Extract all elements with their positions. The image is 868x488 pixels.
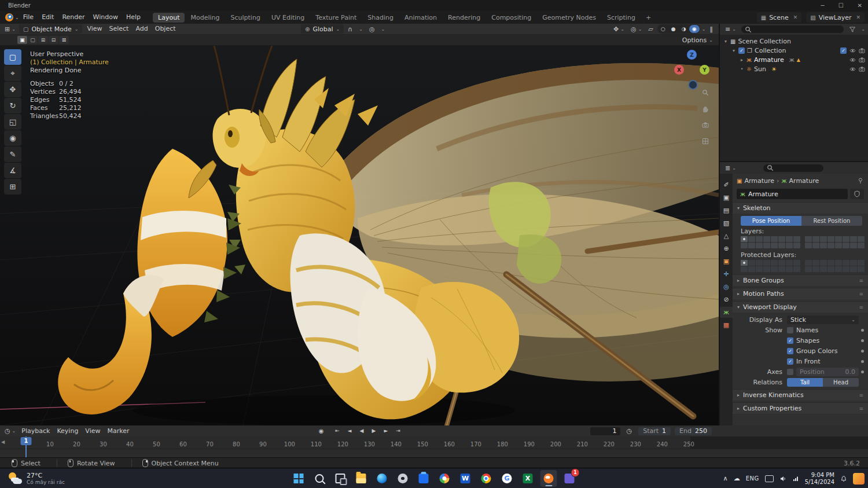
timeline-menu-keying[interactable]: Keying — [53, 426, 82, 436]
options-dropdown[interactable]: Options ⌄ — [682, 36, 713, 44]
layer-cell[interactable] — [843, 243, 849, 248]
layer-cell[interactable] — [850, 243, 857, 248]
show-overlays-button[interactable]: ◎⌄ — [628, 24, 644, 34]
layer-cell[interactable] — [793, 236, 800, 242]
tray-chevron-up-icon[interactable]: ∧ — [723, 475, 728, 482]
edge-icon[interactable] — [374, 470, 391, 487]
add-workspace-button[interactable]: + — [641, 14, 656, 21]
layer-cell[interactable] — [763, 266, 770, 272]
start-frame-field[interactable]: Start 1 — [638, 427, 671, 435]
layer-cell[interactable] — [835, 260, 842, 266]
menu-file[interactable]: File — [19, 11, 38, 24]
workspace-tab-layout[interactable]: Layout — [153, 13, 185, 23]
snap-magnet-button[interactable]: ∩ — [345, 24, 355, 34]
select-mode-new[interactable]: ▢ — [28, 36, 38, 44]
layer-cell[interactable] — [820, 266, 827, 272]
transform-tool[interactable]: ◉ — [4, 130, 21, 146]
outliner-editor-type-button[interactable]: ≡⌄ — [723, 25, 738, 34]
volume-icon[interactable] — [779, 475, 786, 482]
panel-drag-icon[interactable]: ≡ — [859, 392, 863, 398]
measure-tool[interactable]: ∡ — [4, 163, 21, 178]
relations-tail-button[interactable]: Tail — [787, 378, 823, 387]
proportional-editing-button[interactable]: ◎ — [367, 24, 377, 34]
output-tab[interactable]: ▤ — [720, 205, 733, 216]
layer-cell[interactable] — [786, 243, 793, 248]
viewport-menu-object[interactable]: Object — [152, 24, 179, 34]
skeleton-panel-header[interactable]: ▾ Skeleton — [733, 202, 868, 214]
wireframe-shading-button[interactable]: ○ — [658, 25, 668, 33]
layer-cell[interactable] — [786, 260, 793, 266]
language-indicator[interactable]: ENG — [746, 475, 759, 482]
layer-cell[interactable] — [812, 260, 819, 266]
play-button[interactable]: ▶ — [368, 427, 380, 435]
layer-cell[interactable] — [835, 236, 842, 242]
weather-widget[interactable]: 27°C Có mây rải rác — [3, 470, 69, 487]
workspace-tab-uv-editing[interactable]: UV Editing — [266, 13, 310, 23]
playhead[interactable]: 1 — [25, 436, 27, 457]
workspace-tab-scripting[interactable]: Scripting — [602, 13, 641, 23]
cursor-tool[interactable]: ⌖ — [4, 65, 21, 81]
layer-cell[interactable] — [812, 243, 819, 248]
layer-cell[interactable] — [850, 236, 857, 242]
show-gizmo-button[interactable]: ✥⌄ — [611, 24, 627, 34]
bone-groups-panel-header[interactable]: ▸ Bone Groups ≡ — [733, 274, 868, 286]
transform-orientation-dropdown[interactable]: ⊕ Global ⌄ — [301, 24, 344, 34]
layer-cell[interactable] — [858, 243, 865, 248]
layer-cell[interactable] — [858, 236, 865, 242]
file-explorer-icon[interactable] — [353, 470, 370, 487]
layer-cell[interactable] — [778, 260, 785, 266]
viewport-display-panel-header[interactable]: ▾ Viewport Display ≡ — [733, 301, 868, 313]
auto-keying-button[interactable]: ◉ — [315, 427, 327, 435]
shading-dropdown-chevron[interactable]: ⌄ — [702, 27, 706, 32]
animate-dot[interactable] — [861, 360, 864, 363]
layer-cell[interactable] — [741, 236, 748, 242]
inverse-kinematics-panel-header[interactable]: ▸ Inverse Kinematics ≡ — [733, 389, 868, 401]
menu-render[interactable]: Render — [58, 11, 89, 24]
rest-position-button[interactable]: Rest Position — [801, 216, 862, 226]
constraint-tab[interactable]: ⊘ — [720, 294, 733, 305]
select-box-tool[interactable]: ▢ — [4, 49, 21, 65]
current-frame-field[interactable]: 1 — [590, 427, 620, 435]
outliner-row-armature[interactable]: ▸ ж Armature ж ▲ — [720, 55, 868, 64]
layer-cell[interactable] — [812, 266, 819, 272]
render-tab[interactable]: ▣ — [720, 192, 733, 203]
word-icon[interactable]: W — [457, 470, 474, 487]
disable-render-camera-icon[interactable] — [859, 57, 865, 63]
collection-exclude-checkbox[interactable]: ✓ — [840, 47, 847, 54]
layer-cell[interactable] — [756, 266, 763, 272]
timeline-menu-playback[interactable]: Playback — [18, 426, 53, 436]
blender-icon[interactable] — [540, 470, 557, 487]
widget-icon[interactable] — [853, 473, 865, 485]
play-reverse-button[interactable]: ◀ — [356, 427, 367, 435]
touch-keyboard-icon[interactable] — [765, 475, 774, 482]
navigation-gizmo[interactable]: Z X Y — [671, 49, 713, 91]
layer-cell[interactable] — [820, 260, 827, 266]
hide-eye-icon[interactable] — [849, 57, 856, 63]
viewport-menu-select[interactable]: Select — [105, 24, 132, 34]
chrome-icon[interactable] — [478, 470, 495, 487]
layer-cell[interactable] — [786, 236, 793, 242]
viewport-3d[interactable]: ⊞⌄ ▢ Object Mode ⌄ ViewSelectAddObject ⊕… — [0, 24, 719, 425]
layer-cell[interactable] — [820, 236, 827, 242]
layer-cell[interactable] — [748, 243, 755, 248]
layer-cell[interactable] — [771, 236, 778, 242]
fake-user-shield-button[interactable] — [850, 189, 864, 199]
layer-cell[interactable] — [793, 266, 800, 272]
view-layer-tab[interactable]: ▧ — [720, 218, 733, 229]
snap-settings-dropdown[interactable]: ⌄ — [356, 24, 365, 34]
layer-cell[interactable] — [786, 266, 793, 272]
notifications-bell-icon[interactable] — [840, 475, 847, 482]
blender-logo-icon[interactable] — [5, 13, 13, 21]
layer-cell[interactable] — [827, 236, 834, 242]
end-frame-field[interactable]: End 250 — [675, 427, 712, 435]
network-icon[interactable] — [792, 475, 799, 482]
layer-cell[interactable] — [771, 260, 778, 266]
workspace-tab-compositing[interactable]: Compositing — [486, 13, 536, 23]
layer-cell[interactable] — [763, 260, 770, 266]
animate-dot[interactable] — [861, 339, 864, 342]
layer-cell[interactable] — [763, 236, 770, 242]
hide-eye-icon[interactable] — [849, 47, 856, 54]
hide-eye-icon[interactable] — [849, 66, 856, 72]
outliner-filter-button[interactable] — [847, 25, 858, 34]
properties-search-field[interactable] — [763, 164, 823, 172]
